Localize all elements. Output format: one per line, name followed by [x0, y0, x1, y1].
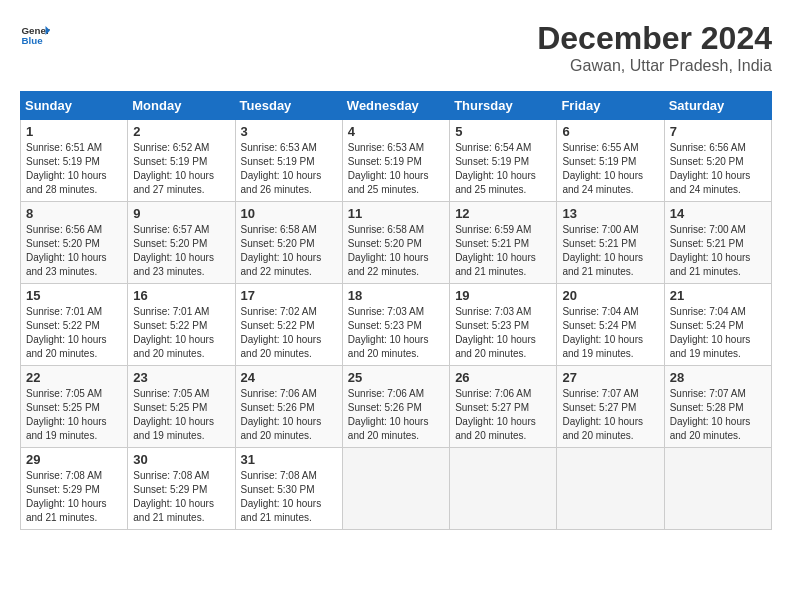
calendar-cell: 5Sunrise: 6:54 AMSunset: 5:19 PMDaylight…	[450, 120, 557, 202]
cell-info: Sunrise: 6:59 AMSunset: 5:21 PMDaylight:…	[455, 224, 536, 277]
day-number: 13	[562, 206, 658, 221]
calendar-cell: 31Sunrise: 7:08 AMSunset: 5:30 PMDayligh…	[235, 448, 342, 530]
calendar-cell	[557, 448, 664, 530]
calendar-cell: 8Sunrise: 6:56 AMSunset: 5:20 PMDaylight…	[21, 202, 128, 284]
day-number: 27	[562, 370, 658, 385]
day-number: 29	[26, 452, 122, 467]
day-number: 31	[241, 452, 337, 467]
cell-info: Sunrise: 6:56 AMSunset: 5:20 PMDaylight:…	[670, 142, 751, 195]
cell-info: Sunrise: 6:54 AMSunset: 5:19 PMDaylight:…	[455, 142, 536, 195]
calendar-cell: 14Sunrise: 7:00 AMSunset: 5:21 PMDayligh…	[664, 202, 771, 284]
calendar-cell: 19Sunrise: 7:03 AMSunset: 5:23 PMDayligh…	[450, 284, 557, 366]
calendar-cell: 10Sunrise: 6:58 AMSunset: 5:20 PMDayligh…	[235, 202, 342, 284]
calendar-cell: 6Sunrise: 6:55 AMSunset: 5:19 PMDaylight…	[557, 120, 664, 202]
cell-info: Sunrise: 7:05 AMSunset: 5:25 PMDaylight:…	[133, 388, 214, 441]
calendar-cell	[342, 448, 449, 530]
calendar-cell: 21Sunrise: 7:04 AMSunset: 5:24 PMDayligh…	[664, 284, 771, 366]
calendar-cell: 22Sunrise: 7:05 AMSunset: 5:25 PMDayligh…	[21, 366, 128, 448]
day-number: 15	[26, 288, 122, 303]
calendar-cell: 16Sunrise: 7:01 AMSunset: 5:22 PMDayligh…	[128, 284, 235, 366]
day-number: 21	[670, 288, 766, 303]
logo-icon: General Blue	[20, 20, 50, 50]
cell-info: Sunrise: 7:02 AMSunset: 5:22 PMDaylight:…	[241, 306, 322, 359]
calendar-table: SundayMondayTuesdayWednesdayThursdayFrid…	[20, 91, 772, 530]
day-number: 17	[241, 288, 337, 303]
title-area: December 2024 Gawan, Uttar Pradesh, Indi…	[537, 20, 772, 75]
calendar-cell: 20Sunrise: 7:04 AMSunset: 5:24 PMDayligh…	[557, 284, 664, 366]
header-friday: Friday	[557, 92, 664, 120]
calendar-cell: 17Sunrise: 7:02 AMSunset: 5:22 PMDayligh…	[235, 284, 342, 366]
calendar-cell: 4Sunrise: 6:53 AMSunset: 5:19 PMDaylight…	[342, 120, 449, 202]
calendar-cell: 9Sunrise: 6:57 AMSunset: 5:20 PMDaylight…	[128, 202, 235, 284]
calendar-cell: 29Sunrise: 7:08 AMSunset: 5:29 PMDayligh…	[21, 448, 128, 530]
cell-info: Sunrise: 6:53 AMSunset: 5:19 PMDaylight:…	[241, 142, 322, 195]
cell-info: Sunrise: 6:58 AMSunset: 5:20 PMDaylight:…	[348, 224, 429, 277]
calendar-cell: 24Sunrise: 7:06 AMSunset: 5:26 PMDayligh…	[235, 366, 342, 448]
calendar-cell: 3Sunrise: 6:53 AMSunset: 5:19 PMDaylight…	[235, 120, 342, 202]
cell-info: Sunrise: 7:08 AMSunset: 5:29 PMDaylight:…	[26, 470, 107, 523]
day-number: 4	[348, 124, 444, 139]
calendar-cell	[450, 448, 557, 530]
calendar-cell: 13Sunrise: 7:00 AMSunset: 5:21 PMDayligh…	[557, 202, 664, 284]
cell-info: Sunrise: 7:00 AMSunset: 5:21 PMDaylight:…	[670, 224, 751, 277]
header-wednesday: Wednesday	[342, 92, 449, 120]
day-number: 24	[241, 370, 337, 385]
header-sunday: Sunday	[21, 92, 128, 120]
cell-info: Sunrise: 7:04 AMSunset: 5:24 PMDaylight:…	[562, 306, 643, 359]
cell-info: Sunrise: 7:03 AMSunset: 5:23 PMDaylight:…	[455, 306, 536, 359]
header-saturday: Saturday	[664, 92, 771, 120]
location-title: Gawan, Uttar Pradesh, India	[537, 57, 772, 75]
page-header: General Blue December 2024 Gawan, Uttar …	[20, 20, 772, 75]
cell-info: Sunrise: 7:00 AMSunset: 5:21 PMDaylight:…	[562, 224, 643, 277]
calendar-week-2: 8Sunrise: 6:56 AMSunset: 5:20 PMDaylight…	[21, 202, 772, 284]
day-number: 20	[562, 288, 658, 303]
cell-info: Sunrise: 6:52 AMSunset: 5:19 PMDaylight:…	[133, 142, 214, 195]
cell-info: Sunrise: 7:07 AMSunset: 5:27 PMDaylight:…	[562, 388, 643, 441]
calendar-week-5: 29Sunrise: 7:08 AMSunset: 5:29 PMDayligh…	[21, 448, 772, 530]
day-number: 2	[133, 124, 229, 139]
month-title: December 2024	[537, 20, 772, 57]
cell-info: Sunrise: 6:57 AMSunset: 5:20 PMDaylight:…	[133, 224, 214, 277]
calendar-cell: 28Sunrise: 7:07 AMSunset: 5:28 PMDayligh…	[664, 366, 771, 448]
cell-info: Sunrise: 7:08 AMSunset: 5:29 PMDaylight:…	[133, 470, 214, 523]
day-number: 19	[455, 288, 551, 303]
day-number: 7	[670, 124, 766, 139]
calendar-cell: 30Sunrise: 7:08 AMSunset: 5:29 PMDayligh…	[128, 448, 235, 530]
calendar-cell: 11Sunrise: 6:58 AMSunset: 5:20 PMDayligh…	[342, 202, 449, 284]
cell-info: Sunrise: 6:56 AMSunset: 5:20 PMDaylight:…	[26, 224, 107, 277]
cell-info: Sunrise: 7:04 AMSunset: 5:24 PMDaylight:…	[670, 306, 751, 359]
day-number: 25	[348, 370, 444, 385]
calendar-week-4: 22Sunrise: 7:05 AMSunset: 5:25 PMDayligh…	[21, 366, 772, 448]
cell-info: Sunrise: 7:05 AMSunset: 5:25 PMDaylight:…	[26, 388, 107, 441]
cell-info: Sunrise: 6:58 AMSunset: 5:20 PMDaylight:…	[241, 224, 322, 277]
day-number: 1	[26, 124, 122, 139]
cell-info: Sunrise: 7:06 AMSunset: 5:26 PMDaylight:…	[241, 388, 322, 441]
cell-info: Sunrise: 6:53 AMSunset: 5:19 PMDaylight:…	[348, 142, 429, 195]
day-number: 12	[455, 206, 551, 221]
cell-info: Sunrise: 7:08 AMSunset: 5:30 PMDaylight:…	[241, 470, 322, 523]
header-tuesday: Tuesday	[235, 92, 342, 120]
calendar-cell: 2Sunrise: 6:52 AMSunset: 5:19 PMDaylight…	[128, 120, 235, 202]
cell-info: Sunrise: 6:55 AMSunset: 5:19 PMDaylight:…	[562, 142, 643, 195]
cell-info: Sunrise: 7:06 AMSunset: 5:26 PMDaylight:…	[348, 388, 429, 441]
svg-text:Blue: Blue	[22, 35, 44, 46]
calendar-cell: 26Sunrise: 7:06 AMSunset: 5:27 PMDayligh…	[450, 366, 557, 448]
cell-info: Sunrise: 7:01 AMSunset: 5:22 PMDaylight:…	[26, 306, 107, 359]
calendar-body: 1Sunrise: 6:51 AMSunset: 5:19 PMDaylight…	[21, 120, 772, 530]
day-number: 30	[133, 452, 229, 467]
cell-info: Sunrise: 7:06 AMSunset: 5:27 PMDaylight:…	[455, 388, 536, 441]
calendar-week-3: 15Sunrise: 7:01 AMSunset: 5:22 PMDayligh…	[21, 284, 772, 366]
day-number: 22	[26, 370, 122, 385]
day-number: 8	[26, 206, 122, 221]
logo: General Blue	[20, 20, 50, 50]
header-monday: Monday	[128, 92, 235, 120]
day-number: 28	[670, 370, 766, 385]
calendar-cell: 15Sunrise: 7:01 AMSunset: 5:22 PMDayligh…	[21, 284, 128, 366]
day-number: 26	[455, 370, 551, 385]
day-number: 11	[348, 206, 444, 221]
day-number: 18	[348, 288, 444, 303]
calendar-week-1: 1Sunrise: 6:51 AMSunset: 5:19 PMDaylight…	[21, 120, 772, 202]
header-thursday: Thursday	[450, 92, 557, 120]
day-number: 9	[133, 206, 229, 221]
calendar-header-row: SundayMondayTuesdayWednesdayThursdayFrid…	[21, 92, 772, 120]
